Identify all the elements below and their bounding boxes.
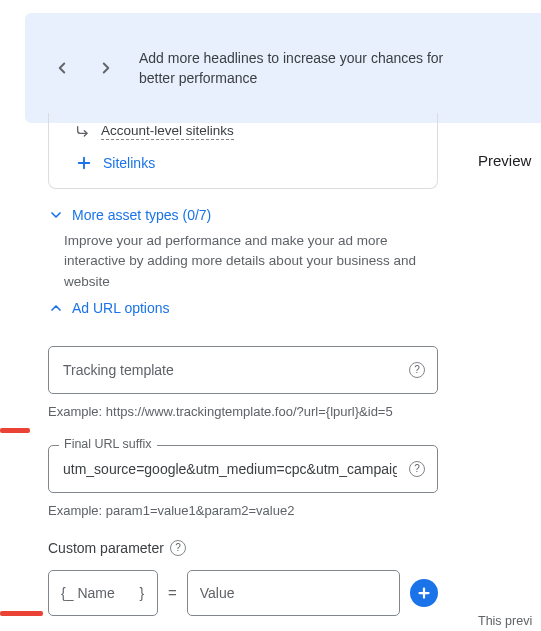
sitelinks-label: Sitelinks (103, 155, 155, 171)
annotation-marker (0, 611, 43, 616)
chevron-down-icon (48, 207, 64, 223)
help-icon[interactable]: ? (170, 540, 186, 556)
param-value-input[interactable] (200, 585, 387, 601)
tracking-template-field[interactable]: ? (48, 346, 438, 394)
sitelinks-card: Account-level sitelinks Sitelinks (48, 113, 438, 189)
equals-sign: = (168, 584, 177, 601)
tracking-template-input[interactable] (63, 362, 397, 378)
param-value-field[interactable] (187, 570, 400, 616)
preview-note: This previ (478, 614, 541, 628)
help-icon[interactable]: ? (409, 461, 425, 477)
final-url-suffix-input[interactable] (63, 461, 397, 477)
param-name-input[interactable] (77, 585, 135, 601)
custom-parameter-label: Custom parameter ? (48, 540, 438, 556)
preview-title: Preview (478, 152, 541, 169)
final-url-suffix-label: Final URL suffix (59, 437, 157, 451)
chevron-up-icon (48, 300, 64, 316)
main-column: Account-level sitelinks Sitelinks More a… (48, 113, 438, 631)
ad-url-options-label: Ad URL options (72, 300, 170, 316)
ad-url-options-expander[interactable]: Ad URL options (48, 300, 438, 316)
suffix-example: Example: param1=value1&param2=value2 (48, 503, 438, 518)
account-sitelinks-link[interactable]: Account-level sitelinks (101, 123, 234, 140)
account-sitelinks-row[interactable]: Account-level sitelinks (75, 123, 421, 140)
chevron-right-icon[interactable] (97, 59, 115, 77)
tracking-example: Example: https://www.trackingtemplate.fo… (48, 404, 438, 419)
annotation-marker (0, 428, 30, 433)
chevron-left-icon[interactable] (53, 59, 71, 77)
tips-banner: Add more headlines to increase your chan… (25, 13, 541, 123)
custom-parameter-row: {_ } = (48, 570, 438, 616)
brace-close: } (139, 585, 144, 601)
add-parameter-button[interactable] (410, 579, 438, 607)
preview-column: Preview This previ (478, 130, 541, 628)
final-url-suffix-field[interactable]: Final URL suffix ? (48, 445, 438, 493)
more-asset-types-label: More asset types (0/7) (72, 207, 211, 223)
banner-nav (53, 59, 115, 77)
banner-message: Add more headlines to increase your chan… (139, 48, 459, 89)
param-name-field[interactable]: {_ } (48, 570, 158, 616)
more-asset-help: Improve your ad performance and make you… (64, 231, 438, 292)
plus-icon (75, 154, 93, 172)
subdirectory-icon (75, 124, 91, 140)
brace-open: {_ (61, 585, 73, 601)
help-icon[interactable]: ? (409, 362, 425, 378)
add-sitelinks-button[interactable]: Sitelinks (75, 154, 421, 172)
more-asset-types-expander[interactable]: More asset types (0/7) (48, 207, 438, 223)
